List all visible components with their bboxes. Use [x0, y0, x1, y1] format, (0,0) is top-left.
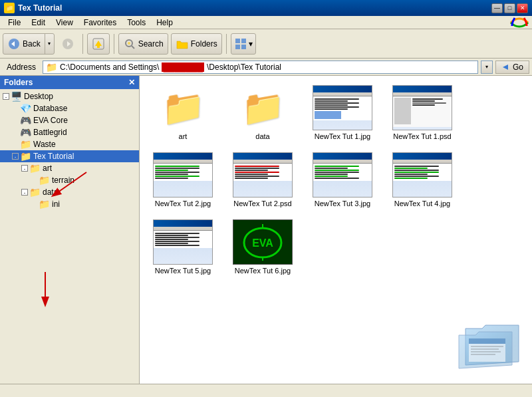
svg-rect-13 — [235, 45, 240, 49]
views-button[interactable]: ▾ — [231, 33, 256, 55]
search-label: Search — [138, 39, 164, 49]
newtex1psd-thumb — [392, 85, 452, 130]
evacore-label: EVA Core — [33, 116, 68, 125]
expand-art[interactable]: - — [21, 165, 28, 172]
newtex4jpg-label: NewTex Tut 4.jpg — [394, 199, 450, 207]
svg-marker-6 — [95, 41, 102, 46]
xp-logo — [509, 17, 529, 29]
art-folder-thumb: 📁 — [153, 85, 213, 130]
newtex2psd-thumb — [233, 152, 293, 198]
back-label: Back — [23, 39, 41, 49]
menu-view[interactable]: View — [51, 17, 78, 29]
window-icon: 📁 — [4, 3, 15, 13]
file-item-newtex2psd[interactable]: NewTex Tut 2.psd — [226, 150, 299, 210]
back-icon — [7, 37, 21, 51]
newtex2jpg-label: NewTex Tut 2.jpg — [155, 199, 211, 207]
terrain-label: terrain — [52, 176, 74, 185]
title-controls: — □ ✕ — [491, 3, 528, 13]
newtex5jpg-thumb — [153, 219, 213, 265]
address-bar: Address 📁 C:\Documents and Settings\ ███… — [0, 59, 532, 76]
up-button[interactable] — [87, 33, 110, 55]
menu-help[interactable]: Help — [151, 17, 178, 29]
toolbar-separator-1 — [82, 34, 83, 54]
file-view: 📁 art 📁 data — [140, 76, 532, 384]
sidebar-item-waste[interactable]: 📁 Waste — [0, 138, 139, 150]
folders-button[interactable]: Folders — [171, 33, 222, 55]
newtex1jpg-label: NewTex Tut 1.jpg — [315, 132, 370, 140]
evacore-icon: 🎮 — [20, 115, 31, 126]
file-item-art[interactable]: 📁 art — [146, 82, 219, 143]
address-redacted: ███████ — [162, 63, 204, 72]
art-icon: 📁 — [29, 163, 41, 174]
newtex5jpg-label: NewTex Tut 5.jpg — [155, 267, 211, 275]
svg-rect-12 — [241, 39, 246, 43]
search-button[interactable]: Search — [118, 33, 168, 55]
up-icon — [92, 37, 105, 51]
file-item-newtex4jpg[interactable]: NewTex Tut 4.jpg — [386, 150, 459, 210]
desktop-icon: 🖥️ — [11, 91, 22, 102]
minimize-button[interactable]: — — [491, 3, 503, 13]
file-item-newtex3jpg[interactable]: NewTex Tut 3.jpg — [306, 150, 379, 210]
newtex2jpg-thumb — [153, 152, 213, 198]
data-icon: 📁 — [29, 187, 41, 198]
art-folder-label: art — [179, 132, 188, 140]
file-item-newtex1jpg[interactable]: NewTex Tut 1.jpg — [306, 82, 379, 143]
menu-file[interactable]: File — [3, 17, 26, 29]
database-label: Database — [33, 104, 67, 113]
ini-label: ini — [52, 199, 60, 209]
back-button[interactable]: Back ▾ — [3, 33, 55, 55]
svg-rect-11 — [235, 39, 240, 43]
data-folder-thumb: 📁 — [233, 85, 293, 130]
sidebar-item-textutorial[interactable]: - 📁 Tex Tutorial — [0, 150, 139, 162]
sidebar-item-data[interactable]: - 📁 data — [0, 186, 139, 198]
data-label: data — [43, 188, 58, 197]
toolbar: Back ▾ Search — [0, 29, 532, 59]
file-item-newtex5jpg[interactable]: NewTex Tut 5.jpg — [146, 217, 219, 277]
sidebar-item-terrain[interactable]: 📁 terrain — [0, 174, 139, 186]
newtex6jpg-thumb: EVA — [233, 219, 293, 265]
back-dropdown-arrow[interactable]: ▾ — [45, 34, 54, 54]
sidebar-close-button[interactable]: ✕ — [128, 78, 135, 87]
folders-icon — [176, 37, 189, 51]
database-icon: 💎 — [20, 103, 31, 114]
waste-label: Waste — [33, 140, 56, 149]
sidebar: Folders ✕ - 🖥️ Desktop 💎 Database 🎮 EVA … — [0, 76, 140, 384]
textutorial-icon: 📁 — [20, 151, 31, 162]
address-label: Address — [3, 63, 40, 72]
file-item-newtex6jpg[interactable]: EVA NewTex Tut 6.jpg — [226, 217, 299, 277]
desktop-label: Desktop — [24, 92, 53, 101]
close-button[interactable]: ✕ — [517, 3, 528, 13]
sidebar-item-art[interactable]: - 📁 art — [0, 162, 139, 174]
sidebar-item-database[interactable]: 💎 Database — [0, 102, 139, 114]
menu-tools[interactable]: Tools — [122, 17, 151, 29]
go-button[interactable]: Go — [495, 61, 529, 74]
battlegrid-icon: 🎮 — [20, 127, 31, 138]
address-path-end: \Desktop\Tex Tutorial — [207, 63, 281, 72]
sidebar-item-battlegrid[interactable]: 🎮 Battlegrid — [0, 126, 139, 138]
expand-desktop[interactable]: - — [3, 93, 9, 100]
menu-edit[interactable]: Edit — [26, 17, 51, 29]
textutorial-label: Tex Tutorial — [33, 152, 74, 161]
sidebar-title: Folders — [4, 78, 33, 87]
sidebar-item-evacore[interactable]: 🎮 EVA Core — [0, 114, 139, 126]
svg-rect-22 — [469, 338, 505, 344]
status-bar — [0, 384, 532, 397]
svg-marker-15 — [503, 65, 511, 70]
svg-rect-21 — [469, 338, 505, 362]
expand-textutorial[interactable]: - — [12, 153, 19, 160]
forward-button[interactable] — [57, 33, 78, 55]
file-item-newtex1psd[interactable]: NewTex Tut 1.psd — [386, 82, 459, 143]
address-dropdown[interactable]: ▾ — [481, 61, 493, 74]
file-item-newtex2jpg[interactable]: NewTex Tut 2.jpg — [146, 150, 219, 210]
sidebar-item-ini[interactable]: 📁 ini — [0, 198, 139, 210]
maximize-button[interactable]: □ — [504, 3, 515, 13]
svg-line-9 — [132, 46, 134, 49]
menu-favorites[interactable]: Favorites — [78, 17, 122, 29]
file-item-data[interactable]: 📁 data — [226, 82, 299, 143]
svg-rect-7 — [97, 46, 100, 48]
expand-data[interactable]: - — [21, 189, 28, 196]
sidebar-item-desktop[interactable]: - 🖥️ Desktop — [0, 90, 139, 102]
svg-rect-14 — [241, 45, 246, 49]
window-title: Tex Tutorial — [18, 3, 62, 13]
svg-point-10 — [128, 42, 130, 45]
